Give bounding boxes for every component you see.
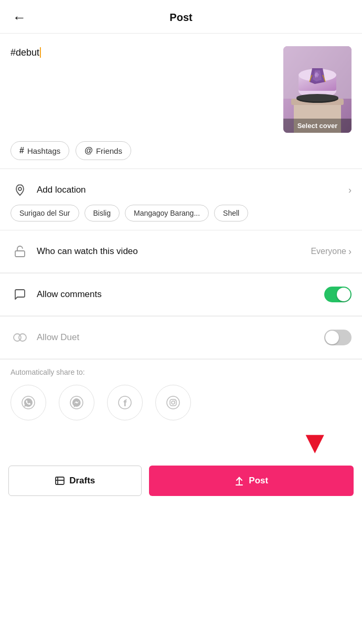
page-title: Post — [169, 12, 192, 24]
privacy-value: Everyone — [311, 247, 346, 256]
chip-surigao[interactable]: Surigao del Sur — [10, 205, 79, 221]
duet-toggle-wrap — [324, 330, 352, 345]
svg-point-13 — [296, 94, 338, 101]
privacy-icon — [10, 242, 29, 261]
toggle-knob — [337, 288, 350, 301]
comments-toggle[interactable] — [324, 287, 352, 302]
whatsapp-button[interactable] — [10, 385, 46, 420]
location-row[interactable]: Add location › — [0, 169, 362, 205]
arrow-down-icon: ▼ — [300, 427, 331, 458]
location-chips: Surigao del Sur Bislig Mangagoy Barang..… — [0, 205, 362, 230]
svg-rect-22 — [170, 399, 176, 406]
svg-rect-25 — [56, 477, 64, 484]
comments-row: Allow comments — [0, 273, 362, 316]
tag-buttons-row: # Hashtags @ Friends — [0, 141, 362, 168]
share-section: Automatically share to: — [0, 360, 362, 427]
comments-label: Allow comments — [37, 289, 324, 300]
privacy-chevron: › — [348, 246, 352, 257]
text-cursor — [40, 47, 41, 58]
instagram-button[interactable] — [155, 385, 191, 420]
bottom-buttons: Drafts Post — [0, 460, 362, 506]
caption-input[interactable]: #debut — [10, 46, 275, 59]
hashtags-button[interactable]: # Hashtags — [10, 141, 69, 160]
select-cover-label[interactable]: Select cover — [283, 119, 352, 133]
location-label: Add location — [37, 185, 348, 195]
arrow-indicator: ▼ — [0, 427, 362, 460]
post-icon — [234, 476, 244, 486]
svg-point-21 — [167, 396, 179, 409]
video-thumbnail[interactable]: Select cover — [283, 46, 352, 133]
post-button[interactable]: Post — [149, 466, 354, 496]
friends-button[interactable]: @ Friends — [76, 141, 131, 160]
location-chevron: › — [348, 185, 352, 196]
svg-point-24 — [175, 400, 176, 402]
svg-point-19 — [70, 396, 83, 409]
duet-toggle-knob — [325, 331, 339, 344]
duet-label: Allow Duet — [37, 332, 324, 343]
location-icon — [10, 181, 29, 199]
facebook-button[interactable] — [107, 385, 143, 420]
svg-point-14 — [18, 187, 22, 191]
share-icons-row — [10, 385, 352, 420]
svg-point-30 — [239, 477, 240, 479]
chip-shell[interactable]: Shell — [214, 205, 248, 221]
comments-toggle-wrap — [324, 287, 352, 302]
svg-point-17 — [19, 334, 26, 341]
at-icon: @ — [84, 146, 93, 155]
caption-area: #debut — [0, 34, 362, 141]
duet-row: Allow Duet — [0, 316, 362, 359]
duet-toggle[interactable] — [324, 330, 352, 345]
svg-point-23 — [172, 401, 175, 404]
hashtag-icon: # — [19, 146, 24, 155]
privacy-row[interactable]: Who can watch this video Everyone › — [0, 230, 362, 273]
privacy-label: Who can watch this video — [37, 246, 311, 257]
back-button[interactable]: ← — [13, 9, 26, 26]
comments-icon — [10, 285, 29, 304]
drafts-icon — [55, 476, 65, 485]
header: ← Post — [0, 0, 362, 34]
share-label: Automatically share to: — [10, 368, 352, 376]
svg-rect-15 — [15, 251, 25, 257]
duet-icon — [10, 328, 29, 347]
caption-text: #debut — [10, 47, 41, 58]
drafts-button[interactable]: Drafts — [8, 466, 142, 496]
chip-bislig[interactable]: Bislig — [84, 205, 120, 221]
chip-mangagoy[interactable]: Mangagoy Barang... — [125, 205, 209, 221]
messenger-button[interactable] — [59, 385, 94, 420]
